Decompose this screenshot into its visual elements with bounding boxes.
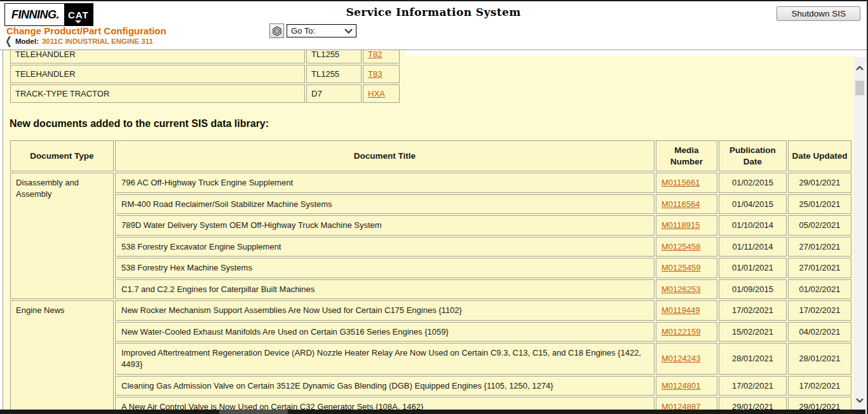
- chevron-down-icon: [856, 398, 864, 403]
- table-row: 789D Water Delivery System OEM Off-Highw…: [10, 215, 851, 236]
- media-number-cell: M0125459: [656, 258, 717, 278]
- documents-header-row: Document Type Document Title Media Numbe…: [10, 140, 851, 171]
- publication-date-cell: 01/04/2015: [719, 194, 787, 215]
- machine-row: TELEHANDLER TL1255 T83: [10, 65, 400, 83]
- media-number-cell: M0122159: [656, 322, 717, 342]
- publication-date-cell: 01/01/2021: [719, 258, 787, 278]
- media-number-cell: M0124243: [656, 343, 717, 374]
- media-number-cell: M0124887: [656, 397, 717, 411]
- documents-table: Document Type Document Title Media Numbe…: [9, 139, 853, 411]
- machine-name-cell: TELEHANDLER: [10, 65, 305, 83]
- horizontal-scrollbar[interactable]: [0, 410, 865, 414]
- model-code-link[interactable]: HXA: [368, 89, 385, 98]
- model-breadcrumb: ❮ Model: 3011C INDUSTRIAL ENGINE 311: [5, 37, 153, 45]
- column-header-publication-date: Publication Date: [719, 140, 787, 171]
- media-number-link[interactable]: M0115661: [661, 178, 700, 187]
- media-number-link[interactable]: M0125459: [661, 263, 700, 272]
- media-number-link[interactable]: M0124801: [661, 381, 700, 391]
- content-area: TELEHANDLER TL1255 T82 TELEHANDLER TL125…: [3, 50, 856, 411]
- publication-date-cell: 01/11/2014: [719, 237, 787, 257]
- app-window: FINNING. CAT Service Information System …: [0, 0, 868, 414]
- date-updated-cell: 04/02/2021: [788, 322, 851, 342]
- media-number-cell: M0115661: [656, 173, 717, 193]
- machine-model-cell: D7: [306, 84, 362, 103]
- machine-code-cell: T83: [363, 65, 400, 83]
- table-row: Engine News New Rocker Mechanism Support…: [10, 300, 851, 321]
- table-row: 538 Forestry Excavator Engine Supplement…: [10, 237, 851, 257]
- chevron-down-icon: [344, 29, 353, 34]
- content-top-strip: [405, 50, 856, 56]
- document-type-cell: Engine News: [10, 300, 114, 411]
- column-header-date-updated: Date Updated: [788, 140, 851, 171]
- document-title-cell: A New Air Control Valve is Now Used on C…: [115, 397, 654, 411]
- table-row: New Water-Cooled Exhaust Manifolds Are U…: [10, 322, 851, 342]
- date-updated-cell: 27/01/2021: [788, 237, 851, 257]
- publication-date-cell: 17/02/2021: [719, 300, 787, 321]
- column-header-document-title: Document Title: [115, 140, 654, 171]
- media-number-link[interactable]: M0126253: [661, 284, 700, 294]
- document-title-cell: RM-400 Road Reclaimer/Soil Stabilizer Ma…: [115, 194, 654, 215]
- publication-date-cell: 17/02/2021: [719, 376, 787, 396]
- hex-nut-icon-button[interactable]: [269, 23, 284, 38]
- date-updated-cell: 25/01/2021: [788, 194, 851, 215]
- date-updated-cell: 01/02/2021: [788, 279, 851, 300]
- media-number-cell: M0125458: [656, 237, 717, 257]
- date-updated-cell: 17/02/2021: [788, 300, 851, 321]
- goto-select[interactable]: Go To:: [287, 24, 356, 37]
- media-number-link[interactable]: M0116564: [661, 199, 700, 209]
- table-row: 538 Forestry Hex Machine Systems M012545…: [10, 258, 851, 278]
- table-row: Cleaning Gas Admission Valve on Certain …: [10, 376, 851, 396]
- document-title-cell: Cleaning Gas Admission Valve on Certain …: [115, 376, 654, 396]
- document-title-cell: New Rocker Mechanism Support Assemblies …: [115, 300, 654, 321]
- scroll-down-button[interactable]: [854, 394, 865, 406]
- column-header-media-number: Media Number: [656, 140, 717, 171]
- media-number-link[interactable]: M0119449: [661, 305, 700, 315]
- horizontal-scroll-thumb[interactable]: [219, 410, 288, 414]
- table-row: Disassembly and Assembly 796 AC Off-High…: [10, 173, 851, 193]
- vertical-scroll-thumb[interactable]: [855, 81, 864, 95]
- page-title: Change Product/Part Configuration: [6, 25, 166, 36]
- date-updated-cell: 29/01/2021: [788, 173, 851, 193]
- machine-code-cell: HXA: [363, 84, 400, 103]
- document-title-cell: New Water-Cooled Exhaust Manifolds Are U…: [115, 322, 654, 342]
- media-number-link[interactable]: M0124243: [661, 354, 700, 363]
- back-chevron-icon[interactable]: ❮: [5, 36, 12, 46]
- date-updated-cell: 28/01/2021: [788, 343, 851, 374]
- shutdown-sis-button[interactable]: Shutdown SIS: [776, 6, 860, 21]
- goto-area: Go To:: [269, 23, 356, 38]
- machine-row: TELEHANDLER TL1255 T82: [10, 50, 400, 63]
- table-row: C1.7 and C2.2 Engines for Caterpillar Bu…: [10, 279, 851, 300]
- model-code-link[interactable]: T82: [368, 50, 382, 59]
- date-updated-cell: 27/01/2021: [788, 258, 851, 278]
- machine-code-cell: T82: [363, 50, 400, 63]
- media-number-cell: M0126253: [656, 279, 717, 300]
- machines-table: TELEHANDLER TL1255 T82 TELEHANDLER TL125…: [9, 50, 401, 104]
- media-number-link[interactable]: M0125458: [661, 242, 700, 251]
- publication-date-cell: 28/01/2021: [719, 343, 787, 374]
- publication-date-cell: 29/01/2021: [719, 397, 787, 411]
- goto-select-label: Go To:: [291, 26, 315, 36]
- table-row: A New Air Control Valve is Now Used on C…: [10, 397, 851, 411]
- app-title: Service Information System: [0, 6, 867, 18]
- chevron-up-icon: [856, 66, 864, 70]
- document-title-cell: C1.7 and C2.2 Engines for Caterpillar Bu…: [115, 279, 654, 300]
- media-number-link[interactable]: M0118915: [661, 220, 700, 230]
- publication-date-cell: 01/10/2014: [719, 215, 787, 236]
- document-title-cell: 789D Water Delivery System OEM Off-Highw…: [115, 215, 654, 236]
- table-row: Improved Aftertreatment Regeneration Dev…: [10, 343, 851, 374]
- media-number-cell: M0116564: [656, 194, 717, 215]
- model-code-link[interactable]: T83: [368, 69, 382, 79]
- media-number-cell: M0124801: [656, 376, 717, 396]
- document-title-cell: 796 AC Off-Highway Truck Engine Suppleme…: [115, 173, 654, 193]
- date-updated-cell: 05/02/2021: [788, 215, 851, 236]
- machine-model-cell: TL1255: [306, 50, 362, 63]
- document-type-cell: Disassembly and Assembly: [10, 173, 114, 299]
- table-row: RM-400 Road Reclaimer/Soil Stabilizer Ma…: [10, 194, 851, 215]
- machine-name-cell: TRACK-TYPE TRACTOR: [10, 84, 305, 103]
- media-number-link[interactable]: M0122159: [661, 327, 700, 337]
- document-title-cell: Improved Aftertreatment Regeneration Dev…: [115, 343, 654, 374]
- vertical-scrollbar[interactable]: [854, 57, 865, 410]
- publication-date-cell: 15/02/2021: [719, 322, 787, 342]
- scroll-up-button[interactable]: [854, 62, 865, 74]
- machine-model-cell: TL1255: [306, 65, 362, 83]
